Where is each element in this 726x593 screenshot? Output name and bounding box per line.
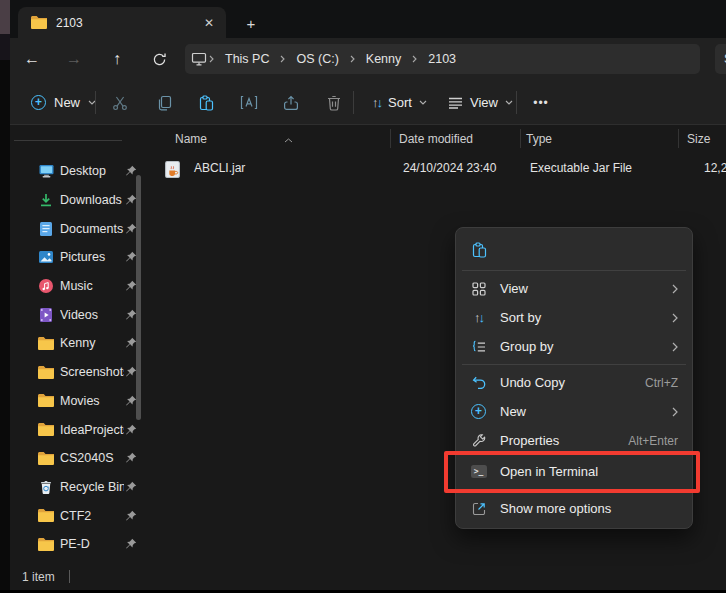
- context-menu-item-sort-by[interactable]: ↑↓ Sort by: [460, 303, 688, 332]
- sidebar-item-movies[interactable]: Movies: [10, 387, 148, 416]
- sidebar-item-ideaprojects[interactable]: IdeaProjects: [10, 415, 148, 444]
- context-paste-button[interactable]: [460, 233, 688, 267]
- toolbar-divider: [353, 91, 354, 114]
- sidebar-item-documents[interactable]: Documents: [10, 214, 148, 243]
- tab-title: 2103: [56, 16, 200, 30]
- context-menu-item-open-in-terminal[interactable]: >_ Open in Terminal: [460, 455, 688, 487]
- cut-icon[interactable]: [102, 87, 138, 118]
- sidebar-item-pe-d[interactable]: PE-D: [10, 530, 148, 559]
- view-button[interactable]: View: [438, 87, 523, 118]
- chevron-right-icon: [672, 313, 678, 323]
- refresh-icon[interactable]: [142, 44, 176, 74]
- terminal-icon: >_: [470, 463, 487, 480]
- column-divider[interactable]: [390, 129, 391, 148]
- sidebar-item-desktop[interactable]: Desktop: [10, 157, 148, 186]
- pictures-icon: [38, 249, 54, 265]
- folder-icon: [38, 450, 54, 466]
- context-menu: View ↑↓ Sort by Group by Undo Copy Ctrl+…: [455, 227, 693, 529]
- context-menu-item-view[interactable]: View: [460, 274, 688, 303]
- delete-icon[interactable]: [316, 87, 352, 118]
- chevron-right-icon: [672, 407, 678, 417]
- file-row-abcli-jar[interactable]: ABCLI.jar 24/10/2024 23:40 Executable Ja…: [152, 155, 726, 181]
- menu-divider: [462, 490, 686, 491]
- menu-divider: [462, 270, 686, 271]
- sort-button[interactable]: ↑↓ Sort: [362, 87, 437, 118]
- menu-divider: [462, 364, 686, 365]
- forward-button[interactable]: →: [57, 44, 91, 74]
- navigation-bar: ← → ↑ This PC OS (C:) Kenny 2103 S: [10, 38, 726, 80]
- new-button-label: New: [54, 95, 80, 110]
- sidebar-divider: [14, 140, 122, 141]
- sidebar-item-downloads[interactable]: Downloads: [10, 186, 148, 215]
- plus-circle-icon: +: [470, 403, 487, 420]
- chevron-down-icon: [505, 100, 513, 105]
- sidebar-item-ctf2[interactable]: CTF2: [10, 501, 148, 530]
- new-tab-button[interactable]: +: [238, 10, 264, 36]
- sort-ascending-icon: [284, 132, 293, 146]
- status-bar: 1 item: [10, 563, 726, 590]
- shortcut-label: Alt+Enter: [628, 434, 678, 448]
- column-header-type[interactable]: Type: [526, 132, 552, 146]
- new-button[interactable]: + New: [20, 87, 107, 118]
- folder-icon: [38, 335, 54, 351]
- rename-icon[interactable]: [231, 87, 267, 118]
- address-bar[interactable]: This PC OS (C:) Kenny 2103: [185, 44, 700, 74]
- screen: 2103 ✕ + ← → ↑ This PC OS (C:) Kenn: [0, 0, 726, 593]
- sidebar-item-music[interactable]: Music: [10, 272, 148, 301]
- folder-icon: [31, 15, 47, 31]
- pin-icon: [124, 423, 138, 437]
- file-explorer-window: 2103 ✕ + ← → ↑ This PC OS (C:) Kenn: [10, 0, 726, 590]
- breadcrumb-kenny[interactable]: Kenny: [357, 48, 410, 70]
- group-by-icon: [470, 338, 487, 355]
- file-name: ABCLI.jar: [194, 161, 245, 175]
- column-header-date-modified[interactable]: Date modified: [399, 132, 473, 146]
- explorer-tab[interactable]: 2103 ✕: [18, 7, 226, 38]
- copy-icon[interactable]: [146, 87, 182, 118]
- context-menu-item-group-by[interactable]: Group by: [460, 332, 688, 361]
- sidebar-scrollbar[interactable]: [136, 175, 141, 420]
- sidebar-item-cs2040s[interactable]: CS2040S: [10, 444, 148, 473]
- item-count-label: 1 item: [22, 570, 55, 584]
- toolbar-divider: [516, 91, 517, 114]
- close-tab-icon[interactable]: ✕: [200, 14, 218, 32]
- share-icon[interactable]: [273, 87, 309, 118]
- plus-circle-icon: +: [31, 95, 46, 110]
- sidebar-item-pictures[interactable]: Pictures: [10, 243, 148, 272]
- file-size: 12,2: [704, 161, 726, 175]
- column-header-name[interactable]: Name: [175, 132, 207, 146]
- file-type: Executable Jar File: [530, 161, 632, 175]
- pin-icon: [124, 509, 138, 523]
- pin-icon: [124, 537, 138, 551]
- back-button[interactable]: ←: [15, 44, 49, 74]
- context-menu-item-show-more-options[interactable]: Show more options: [460, 494, 688, 523]
- breadcrumb-os-c[interactable]: OS (C:): [287, 48, 347, 70]
- breadcrumb-this-pc[interactable]: This PC: [216, 48, 278, 70]
- see-more-button[interactable]: •••: [524, 87, 558, 118]
- recycle-bin-icon: [38, 479, 54, 495]
- sidebar-item-kenny[interactable]: Kenny: [10, 329, 148, 358]
- context-menu-item-new[interactable]: + New: [460, 397, 688, 426]
- folder-icon: [38, 536, 54, 552]
- chevron-right-icon: [278, 55, 287, 63]
- paste-icon[interactable]: [188, 87, 224, 118]
- up-button[interactable]: ↑: [100, 44, 134, 74]
- command-toolbar: + New ↑↓: [10, 80, 726, 125]
- documents-icon: [38, 221, 54, 237]
- column-header-size[interactable]: Size: [687, 132, 710, 146]
- context-menu-item-undo-copy[interactable]: Undo Copy Ctrl+Z: [460, 368, 688, 397]
- paste-icon: [470, 242, 487, 259]
- search-input[interactable]: S: [715, 44, 726, 74]
- context-menu-item-properties[interactable]: Properties Alt+Enter: [460, 426, 688, 455]
- column-divider[interactable]: [520, 129, 521, 148]
- status-bar-divider: [69, 570, 70, 583]
- sidebar-item-recycle-bin[interactable]: Recycle Bin: [10, 473, 148, 502]
- column-divider[interactable]: [678, 129, 679, 148]
- sidebar-item-screenshots[interactable]: Screenshots: [10, 358, 148, 387]
- chevron-right-icon: [207, 55, 216, 63]
- file-date-modified: 24/10/2024 23:40: [403, 161, 496, 175]
- breadcrumb-2103[interactable]: 2103: [419, 48, 465, 70]
- sort-arrows-icon: ↑↓: [470, 309, 487, 326]
- sidebar-item-videos[interactable]: Videos: [10, 300, 148, 329]
- chevron-right-icon: [672, 342, 678, 352]
- music-icon: [38, 278, 54, 294]
